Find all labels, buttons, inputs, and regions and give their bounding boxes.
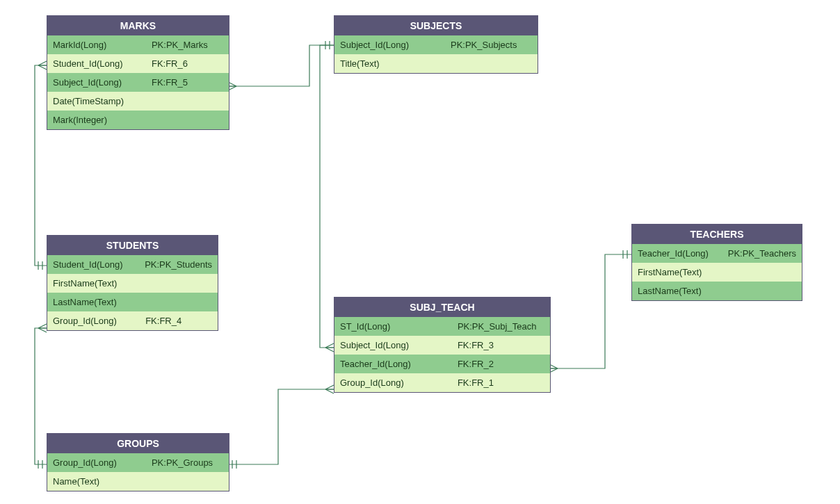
entity-marks: MARKS MarkId(Long)PK:PK_Marks Student_Id… [47,15,229,130]
col-key: PK:PK_Students [139,255,218,274]
connector-students-groups [35,324,47,469]
table-row: Mark(Integer) [47,111,229,129]
col-name: FirstName(Text) [47,274,140,293]
col-key: FK:FR_4 [140,311,218,330]
table-row: Subject_Id(Long)PK:PK_Subjects [334,35,538,54]
col-key: PK:PK_Marks [146,35,229,54]
table-row: MarkId(Long)PK:PK_Marks [47,35,229,54]
col-key: PK:PK_Teachers [722,244,802,263]
col-name: LastName(Text) [632,282,725,300]
table-row: Title(Text) [334,54,538,73]
col-name: Student_Id(Long) [47,54,146,73]
connector-subjteach-teachers [549,250,631,373]
col-name: Teacher_Id(Long) [334,355,452,373]
table-row: Subject_Id(Long)FK:FR_3 [334,336,550,355]
col-key [140,274,218,293]
connector-subjteach-subjects [320,45,334,352]
entity-students: STUDENTS Student_Id(Long)PK:PK_Students … [47,235,218,331]
entity-subj-teach-header: SUBJ_TEACH [334,298,550,317]
col-key: PK:PK_Groups [146,453,229,472]
entity-subj-teach: SUBJ_TEACH ST_Id(Long)PK:PK_Subj_Teach S… [334,297,551,393]
table-row: Name(Text) [47,472,229,491]
table-row: Student_Id(Long)FK:FR_6 [47,54,229,73]
col-name: Subject_Id(Long) [334,336,452,355]
entity-marks-header: MARKS [47,16,229,35]
col-key: FK:FR_1 [452,373,550,392]
entity-groups-header: GROUPS [47,434,229,453]
col-name: Student_Id(Long) [47,255,139,274]
col-key: PK:PK_Subjects [445,35,538,54]
col-name: Mark(Integer) [47,111,146,129]
table-row: Student_Id(Long)PK:PK_Students [47,255,218,274]
col-name: Date(TimeStamp) [47,92,146,111]
table-row: Group_Id(Long)PK:PK_Groups [47,453,229,472]
col-key: PK:PK_Subj_Teach [452,317,550,336]
col-key [725,282,802,300]
table-row: LastName(Text) [632,282,802,300]
entity-students-header: STUDENTS [47,236,218,255]
col-key: FK:FR_3 [452,336,550,355]
table-row: Teacher_Id(Long)FK:FR_2 [334,355,550,373]
entity-teachers: TEACHERS Teacher_Id(Long)PK:PK_Teachers … [631,224,802,301]
col-name: Subject_Id(Long) [47,73,146,92]
table-row: FirstName(Text) [47,274,218,293]
connector-subjteach-groups [228,385,334,469]
entity-groups: GROUPS Group_Id(Long)PK:PK_Groups Name(T… [47,433,229,491]
col-name: Subject_Id(Long) [334,35,445,54]
col-key [140,293,218,311]
col-name: LastName(Text) [47,293,140,311]
table-row: LastName(Text) [47,293,218,311]
table-row: Group_Id(Long)FK:FR_4 [47,311,218,330]
col-name: Title(Text) [334,54,445,73]
col-name: ST_Id(Long) [334,317,452,336]
col-key: FK:FR_5 [146,73,229,92]
col-name: FirstName(Text) [632,263,725,282]
col-name: MarkId(Long) [47,35,146,54]
col-key [445,54,538,73]
col-name: Group_Id(Long) [334,373,452,392]
col-key [146,472,229,491]
entity-subjects-header: SUBJECTS [334,16,538,35]
entity-teachers-header: TEACHERS [632,225,802,244]
col-key [146,111,229,129]
table-row: Group_Id(Long)FK:FR_1 [334,373,550,392]
connector-marks-subjects [228,41,334,90]
table-row: Date(TimeStamp) [47,92,229,111]
col-key: FK:FR_2 [452,355,550,373]
col-key [146,92,229,111]
col-name: Name(Text) [47,472,146,491]
connector-marks-students [35,61,47,270]
col-key [725,263,802,282]
table-row: FirstName(Text) [632,263,802,282]
col-name: Group_Id(Long) [47,311,140,330]
col-key: FK:FR_6 [146,54,229,73]
table-row: ST_Id(Long)PK:PK_Subj_Teach [334,317,550,336]
entity-subjects: SUBJECTS Subject_Id(Long)PK:PK_Subjects … [334,15,538,74]
col-name: Teacher_Id(Long) [632,244,722,263]
table-row: Subject_Id(Long)FK:FR_5 [47,73,229,92]
col-name: Group_Id(Long) [47,453,146,472]
diagram-canvas: MARKS MarkId(Long)PK:PK_Marks Student_Id… [0,0,840,504]
table-row: Teacher_Id(Long)PK:PK_Teachers [632,244,802,263]
